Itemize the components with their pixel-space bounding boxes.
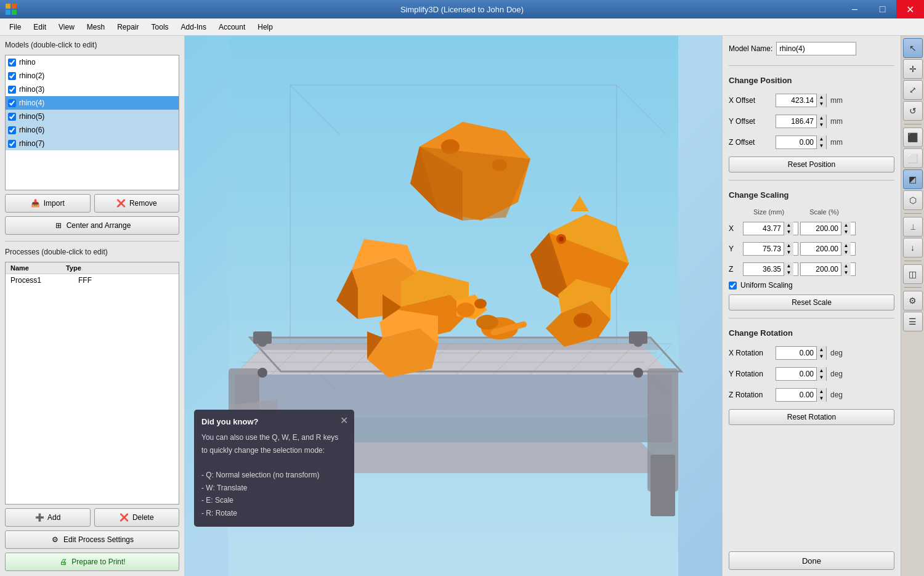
z-offset-down[interactable]: ▼ — [816, 142, 826, 149]
process-row[interactable]: Process1 FFF — [6, 274, 179, 286]
down-button[interactable]: ↓ — [903, 238, 923, 258]
model-name-input[interactable] — [776, 42, 856, 55]
x-scale-input[interactable] — [801, 222, 841, 235]
view-3d-button[interactable]: ◩ — [903, 169, 923, 189]
z-scale-row: Z ▲ ▼ ▲ ▼ — [729, 262, 894, 276]
y-scale-input[interactable] — [801, 243, 841, 255]
x-offset-row: X Offset ▲ ▼ mm — [729, 94, 894, 107]
z-scale-input[interactable] — [801, 263, 841, 275]
add-process-button[interactable]: ➕ Add — [5, 508, 91, 527]
view-wire-button[interactable]: ⬜ — [903, 148, 923, 168]
maximize-button[interactable]: □ — [869, 0, 896, 18]
menu-item-help[interactable]: Help — [251, 21, 279, 33]
x-scale-row: X ▲ ▼ ▲ ▼ — [729, 222, 894, 235]
menu-item-account[interactable]: Account — [213, 21, 251, 33]
model-list-item[interactable]: rhino — [6, 55, 179, 69]
y-size-down[interactable]: ▼ — [784, 249, 793, 256]
y-size-up[interactable]: ▲ — [784, 242, 793, 249]
settings-tool-button[interactable]: ⚙ — [903, 291, 923, 310]
y-offset-input[interactable] — [776, 115, 816, 128]
y-offset-down[interactable]: ▼ — [816, 121, 826, 128]
x-rotation-input[interactable] — [776, 347, 816, 359]
center-arrange-button[interactable]: ⊞ Center and Arrange — [5, 216, 179, 235]
slice-button[interactable]: ◫ — [903, 264, 923, 284]
x-scale-up[interactable]: ▲ — [841, 222, 851, 229]
z-size-up[interactable]: ▲ — [784, 262, 793, 269]
menu-item-repair[interactable]: Repair — [111, 21, 145, 33]
3d-viewport[interactable]: Did you know? ✕ You can also use the Q, … — [185, 36, 722, 576]
model-checkbox[interactable] — [8, 99, 16, 107]
done-button[interactable]: Done — [729, 551, 894, 570]
close-button[interactable]: ✕ — [896, 0, 924, 18]
x-rotation-down[interactable]: ▼ — [816, 353, 826, 360]
reset-scale-button[interactable]: Reset Scale — [729, 294, 894, 310]
model-list-item[interactable]: rhino(4) — [6, 96, 179, 110]
z-rotation-row: Z Rotation ▲ ▼ deg — [729, 388, 894, 402]
model-list-item[interactable]: rhino(2) — [6, 69, 179, 83]
move-tool-button[interactable]: ✛ — [903, 59, 923, 79]
menu-item-add-ins[interactable]: Add-Ins — [175, 21, 213, 33]
y-scale-down[interactable]: ▼ — [841, 249, 851, 256]
menu-item-tools[interactable]: Tools — [145, 21, 175, 33]
z-offset-input[interactable] — [776, 136, 816, 148]
z-offset-up[interactable]: ▲ — [816, 136, 826, 142]
x-rotation-up[interactable]: ▲ — [816, 346, 826, 353]
prepare-to-print-button[interactable]: 🖨 Prepare to Print! — [5, 553, 179, 571]
menu-item-file[interactable]: File — [3, 21, 27, 33]
model-checkbox[interactable] — [8, 72, 16, 80]
x-size-input[interactable] — [744, 222, 784, 235]
x-offset-input[interactable] — [776, 94, 816, 107]
y-scale-up[interactable]: ▲ — [841, 242, 851, 249]
x-size-down[interactable]: ▼ — [784, 229, 793, 235]
model-checkbox[interactable] — [8, 59, 16, 67]
menu-item-mesh[interactable]: Mesh — [81, 21, 111, 33]
y-rotation-input[interactable] — [776, 368, 816, 380]
menu-item-view[interactable]: View — [52, 21, 81, 33]
model-checkbox[interactable] — [8, 126, 16, 134]
model-checkbox[interactable] — [8, 86, 16, 94]
x-offset-down[interactable]: ▼ — [816, 100, 826, 107]
y-scale-spinners: ▲ ▼ — [841, 242, 851, 256]
z-size-input[interactable] — [744, 263, 784, 275]
z-rotation-up[interactable]: ▲ — [816, 388, 826, 395]
minimize-button[interactable]: – — [841, 0, 869, 18]
z-rotation-input[interactable] — [776, 389, 816, 401]
y-rotation-down[interactable]: ▼ — [816, 374, 826, 381]
z-scale-up[interactable]: ▲ — [841, 262, 851, 269]
scale-tool-button[interactable]: ⤢ — [903, 80, 923, 100]
process-name: Process1 — [10, 276, 41, 285]
model-list-item[interactable]: rhino(3) — [6, 83, 179, 96]
reset-position-button[interactable]: Reset Position — [729, 156, 894, 172]
model-checkbox[interactable] — [8, 140, 16, 148]
remove-button[interactable]: ❌ Remove — [94, 194, 180, 213]
view-solid-button[interactable]: ⬛ — [903, 128, 923, 147]
model-list-item[interactable]: rhino(7) — [6, 137, 179, 150]
model-list-item[interactable]: rhino(6) — [6, 123, 179, 137]
axis-button[interactable]: ⟂ — [903, 217, 923, 237]
cursor-tool-button[interactable]: ↖ — [903, 38, 923, 58]
reset-rotation-button[interactable]: Reset Rotation — [729, 409, 894, 425]
x-offset-up[interactable]: ▲ — [816, 94, 826, 100]
y-rotation-up[interactable]: ▲ — [816, 367, 826, 374]
rotate-tool-button[interactable]: ↺ — [903, 101, 923, 121]
divider-scale — [729, 180, 894, 181]
model-checkbox[interactable] — [8, 113, 16, 121]
view-flat-button[interactable]: ⬡ — [903, 190, 923, 210]
change-scaling-header: Change Scaling — [729, 190, 894, 200]
menu-item-edit[interactable]: Edit — [27, 21, 52, 33]
import-button[interactable]: 📥 Import — [5, 194, 91, 213]
model-list-item[interactable]: rhino(5) — [6, 110, 179, 123]
x-size-spinners: ▲ ▼ — [784, 222, 793, 235]
z-size-down[interactable]: ▼ — [784, 269, 793, 276]
x-scale-down[interactable]: ▼ — [841, 229, 851, 235]
uniform-scaling-checkbox[interactable] — [729, 282, 737, 290]
x-size-up[interactable]: ▲ — [784, 222, 793, 229]
z-rotation-down[interactable]: ▼ — [816, 395, 826, 402]
delete-process-button[interactable]: ❌ Delete — [94, 508, 180, 527]
y-size-input[interactable] — [744, 243, 784, 255]
tooltip-close-button[interactable]: ✕ — [340, 415, 348, 426]
layers-tool-button[interactable]: ☰ — [903, 312, 923, 331]
edit-process-settings-button[interactable]: ⚙ Edit Process Settings — [5, 530, 179, 549]
y-offset-up[interactable]: ▲ — [816, 115, 826, 121]
z-scale-down[interactable]: ▼ — [841, 269, 851, 276]
